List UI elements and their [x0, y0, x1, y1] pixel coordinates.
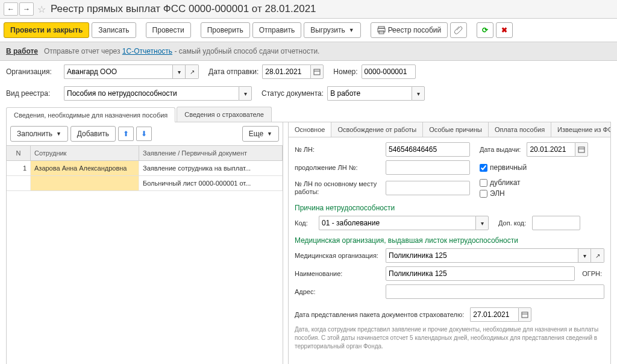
- doc-status-input[interactable]: [327, 86, 412, 101]
- attach-button[interactable]: [450, 22, 467, 38]
- type-dropdown-button[interactable]: ▾: [239, 86, 252, 101]
- medorg-open-button[interactable]: ↗: [591, 248, 604, 263]
- submit-date-calendar-button[interactable]: [518, 307, 531, 322]
- org-input[interactable]: [64, 64, 172, 79]
- medorg-section-title: Медицинская организация, выдавшая листок…: [295, 236, 604, 245]
- reporting-link[interactable]: 1С-Отчетность: [122, 47, 172, 55]
- add-button[interactable]: Добавить: [70, 126, 116, 142]
- medorg-input[interactable]: [386, 248, 578, 263]
- submit-date-input[interactable]: [470, 307, 518, 322]
- send-date-input[interactable]: [262, 64, 310, 79]
- primary-checkbox-label[interactable]: первичный: [480, 163, 527, 172]
- export-button[interactable]: Выгрузить▼: [304, 22, 360, 38]
- send-date-calendar-button[interactable]: [310, 64, 324, 79]
- registry-button[interactable]: Реестр пособий: [371, 22, 448, 38]
- star-icon[interactable]: ☆: [37, 4, 46, 15]
- org-open-button[interactable]: ↗: [186, 64, 199, 79]
- fill-button[interactable]: Заполнить▼: [10, 126, 68, 142]
- main-ln-label: № ЛН по основному месту работы:: [295, 180, 382, 196]
- note-text: Дата, когда сотрудник представил заявлен…: [295, 325, 604, 351]
- paperclip-icon: [454, 26, 463, 34]
- status-link[interactable]: В работе: [6, 47, 38, 55]
- subtab-notice[interactable]: Извещение из ФСС / От: [551, 122, 611, 137]
- doc-status-label: Статус документа:: [262, 89, 324, 98]
- subtab-exemption[interactable]: Освобождение от работы: [331, 122, 423, 137]
- more-button[interactable]: Еще▼: [242, 126, 279, 142]
- info-text: Отправьте отчет через 1С-Отчетность - са…: [44, 47, 319, 55]
- address-label: Адрес:: [295, 288, 382, 295]
- ln-input[interactable]: [386, 142, 470, 157]
- type-label: Вид реестра:: [6, 89, 60, 98]
- code-dropdown-button[interactable]: ▾: [475, 216, 489, 230]
- org-dropdown-button[interactable]: ▾: [172, 64, 186, 79]
- code-input[interactable]: [319, 216, 475, 230]
- subtab-special[interactable]: Особые причины: [423, 122, 489, 137]
- code-label: Код:: [295, 219, 313, 227]
- svg-rect-7: [522, 312, 528, 318]
- duplicate-checkbox-label[interactable]: дубликат: [480, 178, 521, 187]
- page-title: Реестр прямых выплат ФСС 0000-000001 от …: [51, 3, 316, 15]
- name-label: Наименование:: [295, 270, 382, 277]
- eln-checkbox-label[interactable]: ЭЛН: [480, 189, 521, 198]
- save-close-button[interactable]: Провести и закрыть: [4, 22, 89, 38]
- org-label: Организация:: [6, 67, 60, 76]
- send-button[interactable]: Отправить: [252, 22, 302, 38]
- refresh-button[interactable]: ⟳: [477, 22, 493, 38]
- calendar-icon: [578, 146, 585, 153]
- address-input[interactable]: [386, 284, 604, 299]
- move-down-button[interactable]: ⬇: [136, 127, 152, 141]
- number-input[interactable]: [362, 64, 416, 79]
- medorg-dropdown-button[interactable]: ▾: [578, 248, 591, 263]
- reason-section-title: Причина нетрудоспособности: [295, 204, 604, 212]
- name-input[interactable]: [386, 266, 575, 281]
- continuation-input[interactable]: [386, 160, 470, 175]
- tab-insurer-info[interactable]: Сведения о страхователе: [177, 107, 272, 122]
- main-ln-input[interactable]: [386, 181, 470, 195]
- svg-rect-5: [578, 147, 584, 152]
- col-document: Заявление / Первичный документ: [139, 146, 283, 160]
- check-button[interactable]: Проверить: [201, 22, 250, 38]
- doc-status-dropdown-button[interactable]: ▾: [412, 86, 425, 101]
- number-label: Номер:: [333, 67, 357, 76]
- calendar-icon: [313, 68, 321, 75]
- eln-checkbox[interactable]: [480, 190, 487, 198]
- forward-button[interactable]: →: [19, 2, 34, 16]
- issue-date-input[interactable]: [527, 142, 575, 157]
- continuation-label: продолжение ЛН №:: [295, 164, 382, 171]
- post-button[interactable]: Провести: [146, 22, 191, 38]
- table-row[interactable]: 1 Азарова Анна Александровна Заявление с…: [7, 161, 283, 176]
- write-button[interactable]: Записать: [92, 22, 136, 38]
- duplicate-checkbox[interactable]: [480, 179, 487, 187]
- arrow-down-icon: ⬇: [141, 130, 147, 138]
- submit-date-label: Дата представления пакета документов стр…: [295, 311, 464, 318]
- add-code-label: Доп. код:: [498, 219, 526, 227]
- ln-label: № ЛН:: [295, 146, 382, 153]
- ogrn-label: ОГРН:: [582, 270, 602, 277]
- subtab-payment[interactable]: Оплата пособия: [489, 122, 551, 137]
- issue-date-label: Дата выдачи:: [480, 146, 521, 153]
- move-up-button[interactable]: ⬆: [118, 127, 134, 141]
- subtab-main[interactable]: Основное: [289, 122, 331, 137]
- medorg-label: Медицинская организация:: [295, 252, 382, 259]
- col-n: N: [7, 146, 31, 160]
- refresh-icon: ⟳: [482, 26, 488, 34]
- arrow-up-icon: ⬆: [123, 130, 129, 138]
- add-code-input[interactable]: [532, 216, 580, 230]
- send-date-label: Дата отправки:: [208, 67, 258, 76]
- svg-rect-3: [314, 69, 320, 75]
- table-row[interactable]: Больничный лист 0000-000001 от...: [7, 176, 283, 191]
- col-employee: Сотрудник: [31, 146, 139, 160]
- close-icon: ✖: [501, 26, 507, 34]
- close-button[interactable]: ✖: [496, 22, 513, 38]
- tab-benefit-info[interactable]: Сведения, необходимые для назначения пос…: [6, 107, 175, 122]
- issue-date-calendar-button[interactable]: [575, 142, 588, 157]
- print-icon: [377, 26, 386, 34]
- type-input[interactable]: [64, 86, 239, 101]
- calendar-icon: [521, 311, 528, 318]
- primary-checkbox[interactable]: [480, 164, 487, 172]
- back-button[interactable]: ←: [4, 2, 18, 16]
